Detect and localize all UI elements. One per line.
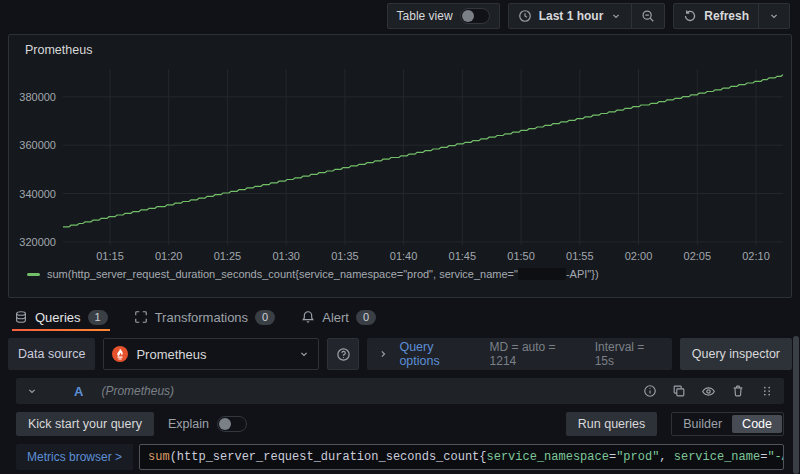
tab-label: Queries bbox=[35, 310, 81, 325]
table-view-group: Table view bbox=[387, 3, 500, 29]
editor-tabs: Queries 1 Transformations 0 Alert 0 bbox=[0, 302, 800, 332]
svg-text:01:45: 01:45 bbox=[449, 250, 477, 262]
query-ref-id: A bbox=[74, 384, 83, 399]
svg-text:01:50: 01:50 bbox=[507, 250, 535, 262]
refresh-interval-dropdown[interactable] bbox=[759, 4, 789, 28]
tab-count-badge: 0 bbox=[255, 310, 275, 325]
prometheus-panel: Prometheus 32000034000036000038000001:15… bbox=[8, 34, 792, 298]
svg-text:02:05: 02:05 bbox=[684, 250, 712, 262]
max-data-points-value: MD = auto = 1214 bbox=[490, 340, 579, 368]
explain-label: Explain bbox=[168, 417, 209, 431]
chevron-down-icon[interactable] bbox=[26, 385, 38, 397]
drag-handle-icon[interactable] bbox=[760, 384, 774, 398]
redacted-text bbox=[518, 268, 566, 280]
timeseries-chart[interactable]: 32000034000036000038000001:1501:2001:250… bbox=[13, 61, 789, 267]
delete-query-trash-icon[interactable] bbox=[731, 384, 745, 398]
zoom-out-icon bbox=[641, 9, 655, 23]
time-range-label: Last 1 hour bbox=[539, 9, 604, 23]
process-icon bbox=[134, 310, 148, 324]
explain-toggle[interactable] bbox=[217, 416, 247, 432]
tab-label: Alert bbox=[322, 310, 349, 325]
query-row-actions bbox=[643, 384, 774, 399]
code-editor-row: Metrics browser > sum(http_server_reques… bbox=[16, 444, 784, 470]
query-datasource-hint: (Prometheus) bbox=[101, 384, 174, 398]
tab-count-badge: 1 bbox=[88, 310, 108, 325]
datasource-help-button[interactable] bbox=[327, 338, 359, 370]
tab-queries[interactable]: Queries 1 bbox=[12, 302, 110, 332]
scrollbar-thumb[interactable] bbox=[793, 336, 799, 474]
svg-text:380000: 380000 bbox=[19, 91, 56, 103]
tab-count-badge: 0 bbox=[356, 310, 376, 325]
refresh-button[interactable]: Refresh bbox=[674, 4, 758, 28]
svg-text:01:35: 01:35 bbox=[331, 250, 359, 262]
chevron-down-icon bbox=[768, 10, 780, 22]
svg-text:01:15: 01:15 bbox=[96, 250, 124, 262]
svg-text:02:00: 02:00 bbox=[625, 250, 653, 262]
kick-start-query-button[interactable]: Kick start your query bbox=[16, 412, 154, 436]
svg-text:01:40: 01:40 bbox=[390, 250, 418, 262]
table-view-control[interactable]: Table view bbox=[388, 4, 499, 28]
svg-text:340000: 340000 bbox=[19, 188, 56, 200]
refresh-label: Refresh bbox=[704, 9, 749, 23]
datasource-value: Prometheus bbox=[136, 347, 206, 362]
svg-text:02:10: 02:10 bbox=[742, 250, 770, 262]
zoom-out-button[interactable] bbox=[632, 4, 664, 28]
bell-icon bbox=[301, 310, 315, 324]
builder-mode-option[interactable]: Builder bbox=[673, 415, 732, 433]
query-options-header[interactable]: Query options MD = auto = 1214 Interval … bbox=[367, 338, 671, 370]
code-mode-option[interactable]: Code bbox=[732, 415, 782, 433]
series-color-swatch bbox=[27, 273, 40, 276]
legend-label[interactable]: sum(http_server_request_duration_seconds… bbox=[47, 268, 599, 280]
table-view-toggle[interactable] bbox=[460, 8, 490, 24]
query-row-header[interactable]: A (Prometheus) bbox=[16, 378, 784, 404]
refresh-icon bbox=[683, 9, 697, 23]
datasource-label: Data source bbox=[8, 338, 95, 370]
query-inspector-button[interactable]: Query inspector bbox=[680, 338, 792, 370]
legend-row: sum(http_server_request_duration_seconds… bbox=[27, 268, 791, 280]
top-toolbar: Table view Last 1 hour Refresh bbox=[0, 0, 800, 32]
tab-alert[interactable]: Alert 0 bbox=[299, 302, 378, 332]
metrics-browser-button[interactable]: Metrics browser > bbox=[16, 444, 133, 470]
query-options-label: Query options bbox=[399, 340, 471, 368]
hide-query-eye-icon[interactable] bbox=[701, 384, 716, 399]
chevron-down-icon bbox=[298, 348, 310, 360]
database-icon bbox=[14, 310, 28, 324]
clock-icon bbox=[518, 9, 532, 23]
editor-mode-switch: Builder Code bbox=[671, 412, 784, 436]
svg-text:01:30: 01:30 bbox=[272, 250, 300, 262]
refresh-group: Refresh bbox=[673, 3, 790, 29]
datasource-select[interactable]: Prometheus bbox=[103, 338, 319, 370]
tab-transformations[interactable]: Transformations 0 bbox=[132, 302, 278, 332]
promql-code-input[interactable]: sum(http_server_request_duration_seconds… bbox=[139, 444, 784, 470]
chevron-right-icon bbox=[377, 348, 389, 360]
interval-value: Interval = 15s bbox=[595, 340, 662, 368]
table-view-label: Table view bbox=[397, 9, 453, 23]
query-toolbar: Kick start your query Explain Run querie… bbox=[16, 412, 784, 436]
explain-control: Explain bbox=[168, 416, 247, 432]
info-circle-icon[interactable] bbox=[643, 384, 657, 398]
prometheus-logo-icon bbox=[112, 346, 128, 362]
question-circle-icon bbox=[336, 347, 351, 362]
time-range-group: Last 1 hour bbox=[508, 3, 666, 29]
time-range-picker[interactable]: Last 1 hour bbox=[509, 4, 632, 28]
svg-text:320000: 320000 bbox=[19, 236, 56, 248]
datasource-row: Data source Prometheus Query options MD … bbox=[8, 338, 792, 370]
chevron-down-icon bbox=[610, 10, 622, 22]
duplicate-query-icon[interactable] bbox=[672, 384, 686, 398]
svg-text:01:55: 01:55 bbox=[566, 250, 594, 262]
tab-label: Transformations bbox=[155, 310, 248, 325]
svg-text:360000: 360000 bbox=[19, 139, 56, 151]
panel-title[interactable]: Prometheus bbox=[9, 35, 791, 59]
svg-text:01:25: 01:25 bbox=[214, 250, 242, 262]
run-queries-button[interactable]: Run queries bbox=[566, 412, 657, 436]
query-editor-row: A (Prometheus) Kick start your query Exp… bbox=[16, 378, 784, 474]
svg-text:01:20: 01:20 bbox=[155, 250, 183, 262]
